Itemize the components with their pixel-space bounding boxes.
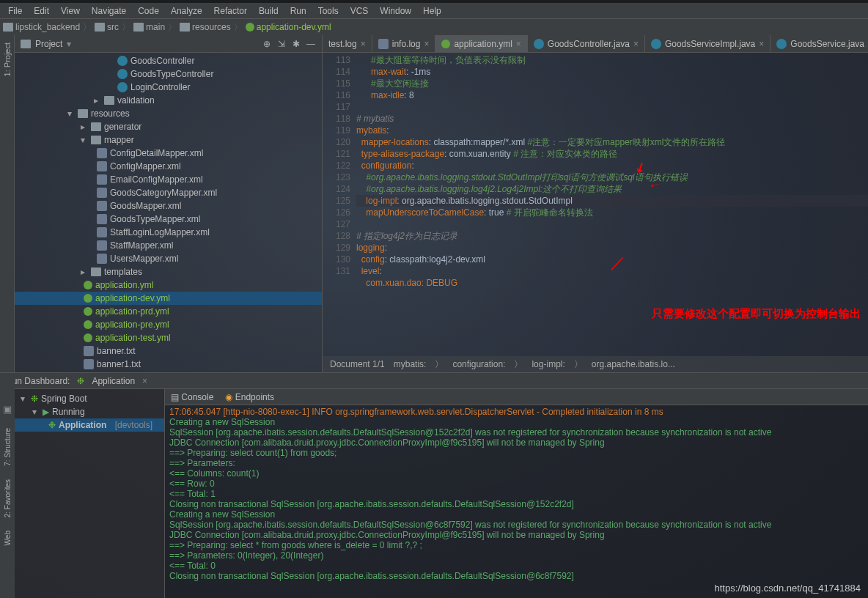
tool-favorites[interactable]: 2: Favorites [4, 479, 12, 517]
run-node-running[interactable]: ▾▶Running [15, 405, 164, 418]
tab-test[interactable]: test.log× [323, 35, 372, 53]
close-icon[interactable]: × [361, 39, 366, 49]
tree-class[interactable]: GoodsTypeController [15, 67, 322, 81]
menu-analyze[interactable]: Analyze [166, 4, 207, 18]
breadcrumb-item[interactable]: org.apache.ibatis.lo... [592, 359, 675, 369]
tab-goods-impl[interactable]: GoodsServiceImpl.java× [645, 35, 770, 53]
bottom-panel: ↻ ■ ⤢ ▾❉Spring Boot ▾▶Running ❉Applicati… [0, 388, 868, 598]
tree-folder[interactable]: ▾mapper [15, 133, 322, 147]
tab-goods-service[interactable]: GoodsService.java× [770, 35, 868, 53]
breadcrumb-doc: Document 1/1 [330, 359, 385, 369]
tree-file[interactable]: banner1.txt [15, 358, 322, 371]
camera-icon[interactable]: ▣ [1, 403, 13, 415]
tree-folder[interactable]: ▸generator [15, 120, 322, 133]
menu-vcs[interactable]: VCS [345, 4, 374, 18]
tree-xml[interactable]: GoodsMapper.xml [15, 199, 322, 213]
console-icon: ▤ [171, 392, 179, 402]
tree-file[interactable]: banner.txt [15, 344, 322, 358]
folder-icon [21, 40, 31, 48]
editor-area: test.log× info.log× application.yml× Goo… [323, 35, 868, 372]
project-header: Project ▾ ⊕ ⇲ ✱ — [15, 35, 322, 53]
project-tree[interactable]: GoodsController GoodsTypeController Logi… [15, 53, 322, 372]
tree-yml[interactable]: application-pre.yml [15, 318, 322, 331]
tree-xml[interactable]: GoodsTypeMapper.xml [15, 213, 322, 226]
menu-edit[interactable]: Edit [29, 4, 54, 18]
nav-resources[interactable]: resources [180, 22, 231, 32]
folder-icon [91, 136, 101, 144]
file-icon [84, 346, 94, 356]
tab-endpoints[interactable]: ◉ Endpoints [225, 392, 274, 402]
run-node-application[interactable]: ❉Application [devtools] [15, 418, 164, 432]
tree-xml[interactable]: StaffMapper.xml [15, 239, 322, 252]
close-icon[interactable]: × [424, 39, 429, 49]
menu-refactor[interactable]: Refactor [209, 4, 252, 18]
tab-application-yml[interactable]: application.yml× [435, 35, 527, 53]
yaml-icon [84, 307, 92, 316]
tool-project[interactable]: 1: Project [3, 43, 12, 76]
tree-yml[interactable]: application-prd.yml [15, 305, 322, 318]
xml-icon [97, 148, 107, 158]
xml-icon [97, 188, 107, 198]
close-icon[interactable]: × [759, 39, 764, 49]
menu-tools[interactable]: Tools [313, 4, 344, 18]
menu-file[interactable]: File [3, 4, 27, 18]
tree-yml[interactable]: application.yml [15, 278, 322, 292]
class-icon [534, 39, 544, 49]
xml-icon [97, 174, 107, 185]
xml-icon [97, 227, 107, 237]
tab-console[interactable]: ▤ Console [171, 392, 213, 402]
tree-yml[interactable]: application-test.yml [15, 331, 322, 344]
xml-icon [97, 240, 107, 251]
nav-main[interactable]: main [133, 22, 165, 32]
menu-window[interactable]: Window [375, 4, 416, 18]
tree-xml[interactable]: ConfigDetailMapper.xml [15, 147, 322, 160]
hide-icon[interactable]: — [306, 39, 316, 49]
tree-xml[interactable]: StaffLoginLogMapper.xml [15, 226, 322, 239]
tree-folder[interactable]: ▾resources [15, 107, 322, 120]
close-icon[interactable]: × [633, 39, 639, 49]
nav-src[interactable]: src [95, 22, 119, 32]
tree-xml[interactable]: EmailConfigMapper.xml [15, 173, 322, 186]
menu-navigate[interactable]: Navigate [87, 4, 131, 18]
file-icon [378, 39, 389, 49]
tree-class[interactable]: LoginController [15, 81, 322, 94]
tree-folder[interactable]: ▸templates [15, 265, 322, 278]
console-output[interactable]: 17:06:45.047 [http-nio-8080-exec-1] INFO… [165, 405, 868, 598]
collapse-icon[interactable]: ⇲ [276, 39, 287, 49]
run-config-name[interactable]: Application [92, 376, 135, 386]
tree-xml[interactable]: UsersMapper.xml [15, 252, 322, 265]
nav-file[interactable]: application-dev.yml [246, 22, 331, 32]
tool-web[interactable]: Web [4, 531, 12, 545]
console-tabs: ▤ Console ◉ Endpoints [165, 389, 868, 405]
breadcrumb-item[interactable]: log-impl: [532, 359, 564, 369]
menu-help[interactable]: Help [418, 4, 446, 18]
locate-icon[interactable]: ⊕ [262, 39, 272, 49]
yaml-icon [84, 320, 92, 329]
menu-run[interactable]: Run [285, 4, 312, 18]
menu-build[interactable]: Build [254, 4, 284, 18]
annotation-arrow: ← [647, 177, 663, 192]
close-icon[interactable]: × [142, 376, 147, 386]
run-node-springboot[interactable]: ▾❉Spring Boot [15, 392, 164, 405]
close-icon[interactable]: × [516, 39, 521, 49]
menu-code[interactable]: Code [133, 4, 164, 18]
menu-view[interactable]: View [56, 4, 85, 18]
project-panel: Project ▾ ⊕ ⇲ ✱ — GoodsController GoodsT… [15, 35, 323, 372]
breadcrumb-item[interactable]: mybatis: [394, 359, 427, 369]
code-content[interactable]: #最大阻塞等待时间，负值表示没有限制 max-wait: -1ms #最大空闲连… [356, 53, 868, 356]
tree-yml-dev[interactable]: application-dev.yml [15, 292, 322, 305]
nav-root[interactable]: lipstick_backend [3, 22, 80, 32]
code-editor[interactable]: 113114115116 117118119120121 12212312412… [323, 53, 868, 356]
tab-goods-controller[interactable]: GoodsController.java× [528, 35, 645, 53]
tree-folder[interactable]: ▸validation [15, 94, 322, 107]
tree-xml[interactable]: GoodsCategoryMapper.xml [15, 186, 322, 199]
folder-icon [133, 23, 144, 32]
tool-structure[interactable]: 7: Structure [4, 428, 12, 466]
tab-info[interactable]: info.log× [372, 35, 436, 53]
gear-icon[interactable]: ✱ [291, 39, 301, 49]
tree-class[interactable]: GoodsController [15, 54, 322, 67]
class-icon [117, 69, 128, 79]
breadcrumb-item[interactable]: configuration: [452, 359, 505, 369]
folder-icon [180, 23, 190, 32]
tree-xml[interactable]: ConfigMapper.xml [15, 160, 322, 173]
